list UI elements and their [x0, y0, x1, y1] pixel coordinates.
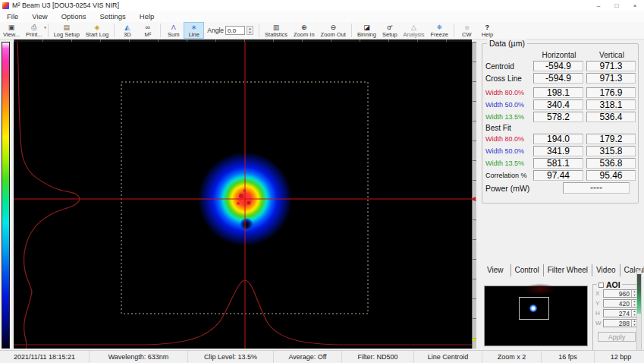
status-datetime: 2021/11/11 18:15:21: [0, 351, 90, 363]
right-ruler: [472, 42, 476, 349]
cw-button[interactable]: ☼ CW: [457, 22, 477, 39]
beam-speckle: [239, 194, 243, 198]
sum-icon: Λ: [171, 24, 176, 31]
tab-video[interactable]: Video: [592, 264, 620, 276]
row-label-centroid: Centroid: [485, 60, 532, 72]
3d-icon: ◭: [124, 24, 130, 31]
toolbar-separator: [259, 24, 259, 37]
zoom-in-icon: ⊕: [301, 24, 307, 31]
best-fit-width-50-label: Width 50.0%: [485, 145, 532, 157]
row-label-width-50: Width 50.0%: [485, 99, 532, 111]
preview-glow: [524, 283, 556, 295]
data-panel-title: Data (µm): [487, 39, 527, 48]
close-button[interactable]: ×: [626, 0, 644, 11]
aoi-h-input[interactable]: 274 ▲▼: [603, 309, 638, 317]
angle-input[interactable]: 0.0: [225, 26, 245, 35]
statistics-icon: ▥: [273, 24, 280, 31]
zoom-out-icon: ⊖: [330, 24, 336, 31]
camera-preview[interactable]: [484, 286, 588, 346]
beam-speckle: [237, 202, 240, 205]
gain-slider-thumb[interactable]: [637, 274, 641, 314]
best-fit-width-80-vertical-value: 179.2: [586, 134, 636, 144]
view-icon: ▣: [8, 24, 15, 31]
aoi-checkbox[interactable]: [598, 283, 604, 288]
aoi-panel: AOI X 960 ▲▼ Y 420 ▲▼ H 274 ▲▼ W: [592, 284, 641, 352]
menu-options[interactable]: Options: [55, 12, 93, 21]
m2-button[interactable]: ∞ M²: [137, 22, 158, 39]
tab-control[interactable]: Control: [511, 264, 544, 276]
start-log-icon: ◈: [95, 24, 100, 31]
gain-slider[interactable]: [636, 270, 642, 357]
help-button[interactable]: ? Help: [477, 22, 498, 39]
zoom-in-button[interactable]: ⊕ Zoom In: [291, 22, 318, 39]
status-wavelength: Wavelength: 633nm: [90, 351, 188, 363]
status-line-centroid: Line Centroid: [414, 351, 482, 363]
status-filter: Filter: ND500: [342, 351, 414, 363]
3d-button[interactable]: ◭ 3D: [117, 22, 137, 39]
best-fit-width-80-horizontal-value: 194.0: [533, 134, 583, 144]
aoi-w-label: W: [595, 320, 602, 327]
angle-stepper[interactable]: ▲▼: [247, 26, 253, 35]
print-button[interactable]: ▾ ⎙ Print...: [23, 22, 46, 39]
column-header-vertical: Vertical: [586, 50, 638, 60]
aoi-x-label: X: [595, 290, 602, 297]
angle-label: Angle: [207, 27, 224, 34]
app-icon: [2, 2, 9, 9]
start-log-button[interactable]: ◈ Start Log: [83, 22, 112, 39]
preview-beam-spot: [529, 305, 537, 312]
menu-view[interactable]: View: [25, 12, 54, 21]
menu-file[interactable]: File: [0, 12, 25, 21]
aoi-x-row: X 960 ▲▼: [595, 289, 638, 298]
width-50-vertical-value: 318.1: [586, 99, 636, 110]
line-button[interactable]: ∗ Line: [184, 22, 204, 39]
view-button[interactable]: ▣ View...: [0, 22, 23, 39]
aoi-w-row: W 288 ▲▼: [595, 319, 638, 327]
log-setup-button[interactable]: ▤ Log Setup: [51, 22, 83, 39]
minimize-button[interactable]: –: [589, 0, 608, 11]
freeze-button[interactable]: ❄ Freeze: [428, 22, 451, 39]
width-135-horizontal-value: 578.2: [533, 112, 583, 122]
cross-line-horizontal-value: -594.9: [533, 73, 583, 84]
horizontal-profile-curve: [14, 280, 472, 345]
power-label: Power (mW): [485, 184, 554, 193]
tab-view[interactable]: View: [483, 264, 511, 276]
status-bpp: 12 bpp: [595, 351, 644, 363]
best-fit-width-50-horizontal-value: 341.9: [533, 146, 583, 156]
status-bar: 2021/11/11 18:15:21 Wavelength: 633nm Cl…: [0, 350, 644, 363]
width-80-vertical-value: 176.9: [586, 87, 636, 98]
best-fit-width-50-vertical-value: 315.8: [586, 146, 636, 156]
aoi-x-input[interactable]: 960 ▲▼: [603, 289, 638, 298]
status-zoom: Zoom x 2: [482, 351, 542, 363]
binning-button[interactable]: ◪ Binning: [354, 22, 379, 39]
best-fit-label: Best Fit: [485, 123, 638, 133]
aoi-w-input[interactable]: 288 ▲▼: [603, 319, 638, 327]
analysis-button[interactable]: △ Analysis: [401, 22, 428, 39]
zoom-out-button[interactable]: ⊖ Zoom Out: [318, 22, 349, 39]
sum-button[interactable]: Λ Sum: [163, 22, 184, 39]
menu-help[interactable]: Help: [133, 12, 162, 21]
power-value: ----: [563, 182, 630, 194]
log-setup-icon: ▤: [64, 24, 71, 31]
beam-display[interactable]: 0(µm) 0(µm): [14, 42, 472, 349]
best-fit-width-135-horizontal-value: 581.1: [533, 158, 583, 169]
statistics-button[interactable]: ▥ Statistics: [262, 22, 291, 39]
angle-down-icon[interactable]: ▼: [247, 30, 253, 34]
print-dropdown-icon[interactable]: ▾: [44, 25, 46, 30]
beam-secondary-spot: [240, 218, 253, 232]
tab-filter-wheel[interactable]: Filter Wheel: [544, 264, 592, 276]
aoi-y-input[interactable]: 420 ▲▼: [603, 299, 638, 308]
status-average: Average: Off: [274, 351, 342, 363]
best-fit-width-135-label: Width 13.5%: [485, 157, 532, 169]
cw-icon: ☼: [463, 24, 470, 31]
width-80-horizontal-value: 198.1: [533, 87, 583, 98]
width-135-vertical-value: 536.4: [586, 112, 636, 122]
menu-settings[interactable]: Settings: [93, 12, 132, 21]
menu-bar: File View Options Settings Help: [0, 11, 644, 22]
printer-icon: ⎙: [31, 24, 36, 31]
aoi-apply-button[interactable]: Apply: [598, 332, 636, 342]
freeze-icon: ❄: [436, 24, 442, 31]
maximize-button[interactable]: □: [608, 0, 626, 11]
vertical-profile-curve: [17, 42, 80, 349]
beam-display-canvas: [14, 42, 472, 349]
setup-button[interactable]: σ′ Setup: [379, 22, 401, 39]
